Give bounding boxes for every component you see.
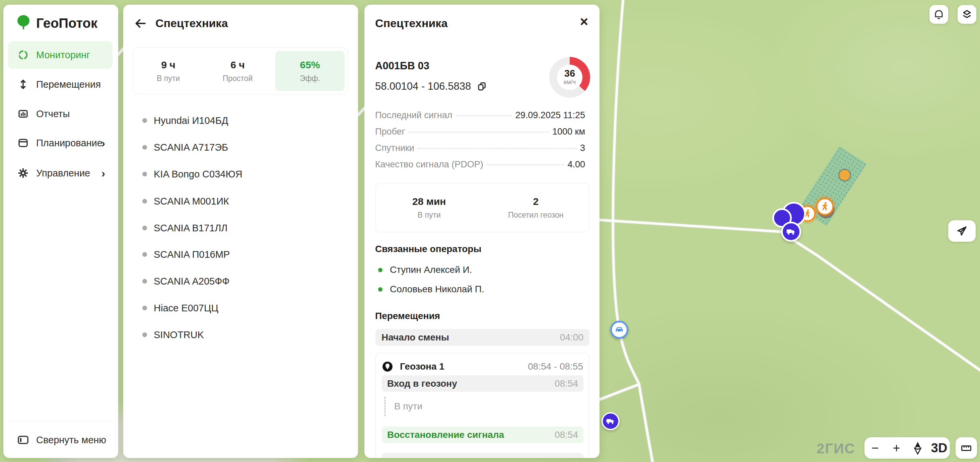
mode-3d-button[interactable]: 3D xyxy=(930,438,948,458)
map-marker-runner[interactable] xyxy=(816,197,834,216)
info-row-pdop: Качество сигнала (PDOP) 4.00 xyxy=(375,159,585,176)
vehicle-list-item[interactable]: SINOTRUK xyxy=(142,328,204,341)
status-dot xyxy=(142,279,147,284)
operator-item[interactable]: Ступин Алексей И. xyxy=(378,264,472,276)
geozone-time-range: 08:54 - 08:55 xyxy=(528,361,583,372)
runner-icon xyxy=(819,201,830,212)
vehicle-name: SINOTRUK xyxy=(154,329,204,340)
operators-section-title: Связанные операторы xyxy=(375,244,481,254)
sidebar: ГеоПоток Мониторинг Перемещения Отчеты xyxy=(3,5,118,458)
info-row-last-signal: Последний сигнал 29.09.2025 11:25 xyxy=(375,110,585,127)
vehicle-list-item[interactable]: SCANIA А205ФФ xyxy=(142,275,229,288)
list-panel-title: Спецтехника xyxy=(155,17,228,30)
sidebar-item-label: Управление xyxy=(36,168,90,179)
info-value: 3 xyxy=(580,143,585,153)
map-zoom-controls: − + 3D xyxy=(864,437,950,459)
operator-item[interactable]: Соловьев Николай П. xyxy=(378,283,484,295)
event-time: 08:54 xyxy=(555,430,578,440)
speed-value: 36 xyxy=(564,68,575,78)
stat-geozones-visited: 2 Посетил геозон xyxy=(483,183,589,232)
stat-idle: 6 ч Простой xyxy=(203,48,272,94)
vehicle-list-item[interactable]: KIA Bongo С034ЮЯ xyxy=(142,167,242,181)
collapse-sidebar-icon xyxy=(18,435,29,445)
operator-name: Соловьев Николай П. xyxy=(390,284,484,295)
event-enter-geozone: Вход в геозону 08:54 xyxy=(382,375,584,392)
locate-button[interactable] xyxy=(948,220,976,242)
close-icon[interactable]: × xyxy=(580,15,588,29)
vehicle-name: Hiace Е007ЦЦ xyxy=(154,303,218,314)
vehicle-name: SCANIA П016МР xyxy=(154,249,230,260)
chevron-right-icon: › xyxy=(102,167,105,180)
detail-panel-title: Спецтехника xyxy=(375,17,447,30)
vehicle-list-panel: Спецтехника 9 ч В пути 6 ч Простой 65% Э… xyxy=(123,5,358,458)
sidebar-item-management[interactable]: Управление › xyxy=(8,159,113,187)
vehicle-list-item[interactable]: SCANIA В171ЛЛ xyxy=(142,221,228,235)
collapse-menu-button[interactable]: Свернуть меню xyxy=(8,429,113,451)
geozone-visit-card: Геозона 1 08:54 - 08:55 Вход в геозону 0… xyxy=(375,353,589,458)
event-signal-restored: Восстановление сигнала 08:54 xyxy=(382,427,584,443)
stat-label: В пути xyxy=(418,211,441,220)
compass-icon xyxy=(913,441,922,455)
stat-efficiency: 65% Эфф. xyxy=(275,51,345,91)
stat-time-in-transit: 28 мин В пути xyxy=(376,183,483,232)
stat-value: 65% xyxy=(300,59,320,71)
info-value: 1000 км xyxy=(552,127,585,137)
vehicle-name: SCANIA А717ЭБ xyxy=(154,142,228,153)
vehicle-detail-panel: Спецтехника × А001БВ 03 58.00104 - 106.5… xyxy=(364,5,600,458)
zoom-in-button[interactable]: + xyxy=(887,438,906,458)
event-time: 08:55 xyxy=(555,456,578,458)
geozone-circle[interactable] xyxy=(838,169,851,181)
sidebar-divider xyxy=(8,421,113,421)
ruler-button[interactable] xyxy=(956,437,977,459)
info-label: Качество сигнала (PDOP) xyxy=(375,159,483,170)
layers-button[interactable] xyxy=(958,5,976,24)
vehicle-list-item[interactable]: SCANIA А717ЭБ xyxy=(142,141,228,154)
status-dot xyxy=(142,252,147,257)
compass-button[interactable] xyxy=(908,438,927,458)
notifications-button[interactable] xyxy=(929,5,948,24)
stat-label: Посетил геозон xyxy=(508,211,563,220)
info-row-satellites: Спутники 3 xyxy=(375,143,585,159)
sidebar-item-monitoring[interactable]: Мониторинг xyxy=(8,41,113,68)
app-title: ГеоПоток xyxy=(36,16,97,31)
navigate-arrow-icon xyxy=(956,225,968,237)
stat-label: Простой xyxy=(223,74,253,83)
sidebar-item-reports[interactable]: Отчеты xyxy=(8,100,113,127)
sidebar-item-planning[interactable]: Планирование › xyxy=(8,129,113,157)
vehicle-name: Hyundai И104БД xyxy=(154,115,228,126)
shift-start-row: Начало смены 04:00 xyxy=(375,329,589,346)
stat-label: В пути xyxy=(157,74,180,83)
dotted-leader xyxy=(418,148,577,149)
event-time: 04:00 xyxy=(560,332,584,343)
status-dot xyxy=(142,199,147,203)
info-label: Спутники xyxy=(375,143,414,153)
operator-status-dot xyxy=(378,268,382,272)
car-icon xyxy=(614,325,624,335)
map-marker-truck[interactable] xyxy=(781,222,801,242)
truck-icon xyxy=(786,226,797,237)
vehicle-list-item[interactable]: SCANIA М001ИК xyxy=(142,195,229,208)
sidebar-item-label: Перемещения xyxy=(36,79,101,90)
geozone-name: Геозона 1 xyxy=(400,361,528,372)
speed-gauge: 36 км/ч xyxy=(549,57,590,98)
vehicle-name: SCANIA А205ФФ xyxy=(154,276,229,287)
stat-value: 9 ч xyxy=(161,59,175,71)
monitoring-icon xyxy=(18,49,29,60)
status-dot xyxy=(142,332,147,337)
status-dot xyxy=(142,225,147,230)
sidebar-item-label: Планирование xyxy=(36,138,102,149)
ruler-icon xyxy=(960,442,972,454)
vehicle-list-item[interactable]: SCANIA П016МР xyxy=(142,248,230,261)
chevron-right-icon: › xyxy=(102,137,105,150)
map-marker-truck[interactable] xyxy=(601,412,620,430)
copy-icon[interactable] xyxy=(477,81,487,91)
zoom-out-button[interactable]: − xyxy=(866,438,885,458)
back-button[interactable] xyxy=(134,18,147,29)
vehicle-name: SCANIA М001ИК xyxy=(154,196,229,207)
up-down-arrows-icon xyxy=(18,79,29,90)
vehicle-list-item[interactable]: Hiace Е007ЦЦ xyxy=(142,301,218,315)
gear-icon xyxy=(18,167,29,179)
vehicle-list-item[interactable]: Hyundai И104БД xyxy=(142,114,228,127)
map-marker-car[interactable] xyxy=(610,321,628,339)
sidebar-item-movements[interactable]: Перемещения xyxy=(8,71,113,98)
